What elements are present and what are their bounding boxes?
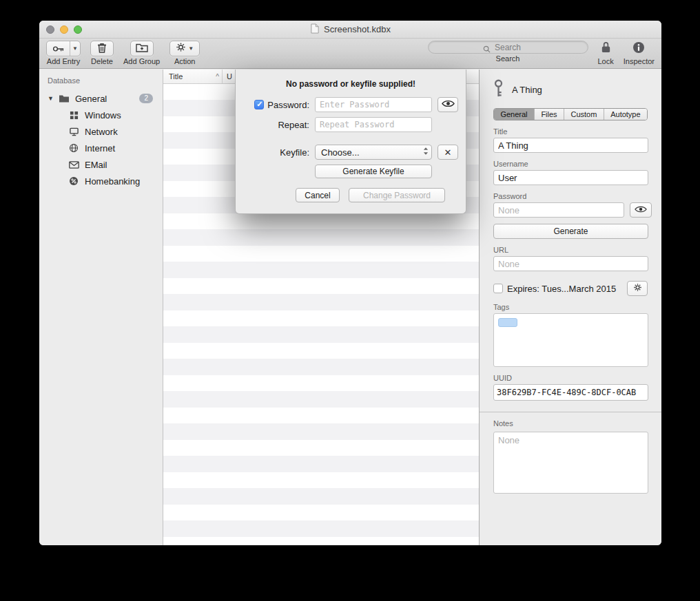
sidebar-header: Database bbox=[39, 75, 163, 90]
username-field-label: Username bbox=[493, 160, 648, 168]
window-title: Screenshot.kdbx bbox=[324, 24, 391, 34]
zoom-button[interactable] bbox=[74, 25, 82, 34]
keyfile-label: Keyfile: bbox=[243, 147, 309, 158]
uuid-label: UUID bbox=[493, 374, 648, 382]
eye-icon bbox=[635, 205, 647, 215]
inspector-item: Inspector bbox=[624, 41, 655, 65]
entry-header: A Thing bbox=[480, 70, 661, 105]
password-field[interactable] bbox=[493, 202, 624, 218]
gear-icon bbox=[633, 283, 642, 294]
password-row-label: Password: bbox=[243, 100, 309, 110]
action-item: ▼ Action bbox=[169, 41, 200, 65]
generate-keyfile-button[interactable]: Generate Keyfile bbox=[315, 165, 432, 178]
key-plus-icon bbox=[47, 41, 70, 56]
lock-label: Lock bbox=[598, 57, 614, 65]
gear-icon bbox=[176, 42, 186, 55]
repeat-label: Repeat: bbox=[243, 120, 309, 130]
lock-item: Lock bbox=[598, 41, 614, 65]
url-field[interactable] bbox=[493, 256, 648, 271]
change-password-button[interactable]: Change Password bbox=[349, 188, 445, 202]
search-icon bbox=[483, 43, 491, 56]
content-area: Database ▼ General 2 Windows bbox=[39, 70, 661, 545]
inspector-tabs: General Files Custom Autotype bbox=[493, 108, 648, 120]
search-input[interactable] bbox=[428, 41, 588, 54]
add-group-item: Add Group bbox=[123, 41, 160, 65]
title-column-label: Title bbox=[169, 72, 183, 81]
globe-icon bbox=[67, 143, 81, 153]
sidebar-group-general[interactable]: ▼ General 2 bbox=[39, 90, 163, 107]
generate-button[interactable]: Generate bbox=[493, 224, 648, 239]
expires-settings-button[interactable] bbox=[627, 281, 648, 296]
inspector-label: Inspector bbox=[624, 57, 655, 65]
network-icon bbox=[67, 127, 81, 136]
inspector-button[interactable] bbox=[632, 41, 645, 56]
search-item: Search bbox=[428, 41, 588, 63]
delete-button[interactable] bbox=[90, 41, 114, 56]
entry-title: A Thing bbox=[512, 85, 542, 95]
inspector-panel: A Thing General Files Custom Autotype Ti… bbox=[479, 70, 661, 545]
trash-icon bbox=[97, 42, 107, 56]
change-password-dialog: No password or keyfile supplied! Passwor… bbox=[235, 70, 466, 214]
entry-count-badge: 2 bbox=[139, 94, 153, 103]
envelope-icon bbox=[67, 161, 81, 169]
url-field-label: URL bbox=[493, 246, 648, 254]
tags-box[interactable] bbox=[493, 313, 648, 367]
dialog-show-password-button[interactable] bbox=[438, 97, 458, 112]
clear-keyfile-button[interactable]: ✕ bbox=[438, 145, 458, 160]
titlebar[interactable]: Screenshot.kdbx bbox=[39, 21, 661, 39]
document-icon bbox=[310, 23, 320, 36]
dialog-message: No password or keyfile supplied! bbox=[243, 79, 459, 89]
add-group-button[interactable] bbox=[130, 41, 154, 56]
sidebar-item-internet[interactable]: Internet bbox=[39, 140, 163, 156]
dialog-password-input[interactable] bbox=[315, 97, 432, 112]
search-label: Search bbox=[496, 54, 520, 63]
title-field[interactable] bbox=[493, 138, 648, 153]
column-header-username[interactable]: U bbox=[223, 72, 232, 81]
windows-icon bbox=[67, 111, 81, 120]
notes-field[interactable] bbox=[493, 432, 648, 494]
sidebar-item-label: Homebanking bbox=[85, 176, 140, 187]
action-dropdown-arrow-icon: ▼ bbox=[188, 45, 194, 52]
username-field[interactable] bbox=[493, 170, 648, 185]
add-entry-item: ▼ Add Entry bbox=[46, 41, 81, 65]
sidebar-item-label: EMail bbox=[85, 160, 107, 170]
tag-chip[interactable] bbox=[498, 318, 517, 327]
traffic-lights bbox=[46, 25, 82, 34]
action-button[interactable]: ▼ bbox=[169, 41, 200, 56]
disclosure-triangle-icon[interactable]: ▼ bbox=[48, 95, 57, 102]
cancel-button[interactable]: Cancel bbox=[296, 188, 340, 202]
tags-label: Tags bbox=[493, 303, 648, 311]
expires-checkbox[interactable] bbox=[493, 284, 503, 293]
expires-label: Expires: Tues...March 2015 bbox=[507, 284, 616, 294]
minimize-button[interactable] bbox=[60, 25, 68, 34]
sidebar-item-label: Windows bbox=[85, 110, 121, 120]
lock-icon bbox=[600, 41, 612, 56]
add-entry-button[interactable]: ▼ bbox=[46, 41, 81, 56]
tab-autotype[interactable]: Autotype bbox=[604, 109, 647, 120]
stepper-arrows-icon bbox=[423, 147, 429, 158]
lock-button[interactable] bbox=[600, 41, 612, 56]
window-title-area: Screenshot.kdbx bbox=[39, 21, 661, 38]
tab-custom[interactable]: Custom bbox=[564, 109, 604, 120]
password-checkbox[interactable] bbox=[254, 100, 264, 109]
sidebar-item-email[interactable]: EMail bbox=[39, 156, 163, 173]
tab-general[interactable]: General bbox=[494, 109, 534, 120]
info-icon bbox=[632, 41, 645, 56]
keyfile-popup[interactable]: Choose... bbox=[315, 145, 432, 160]
divider bbox=[480, 412, 661, 412]
add-entry-dropdown-arrow-icon[interactable]: ▼ bbox=[70, 41, 80, 56]
sidebar-item-homebanking[interactable]: Homebanking bbox=[39, 173, 163, 189]
sidebar-item-windows[interactable]: Windows bbox=[39, 107, 163, 123]
dialog-repeat-input[interactable] bbox=[315, 117, 432, 132]
tab-files[interactable]: Files bbox=[534, 109, 564, 120]
delete-item: Delete bbox=[90, 41, 114, 65]
column-header-title[interactable]: Title ^ bbox=[163, 70, 223, 83]
close-button[interactable] bbox=[46, 25, 54, 34]
password-label: Password: bbox=[267, 100, 309, 110]
notes-label: Notes bbox=[493, 419, 648, 428]
uuid-field[interactable] bbox=[493, 384, 648, 401]
sidebar-item-network[interactable]: Network bbox=[39, 123, 163, 140]
show-password-button[interactable] bbox=[630, 202, 652, 218]
eye-icon bbox=[442, 99, 455, 110]
add-entry-label: Add Entry bbox=[47, 57, 80, 65]
